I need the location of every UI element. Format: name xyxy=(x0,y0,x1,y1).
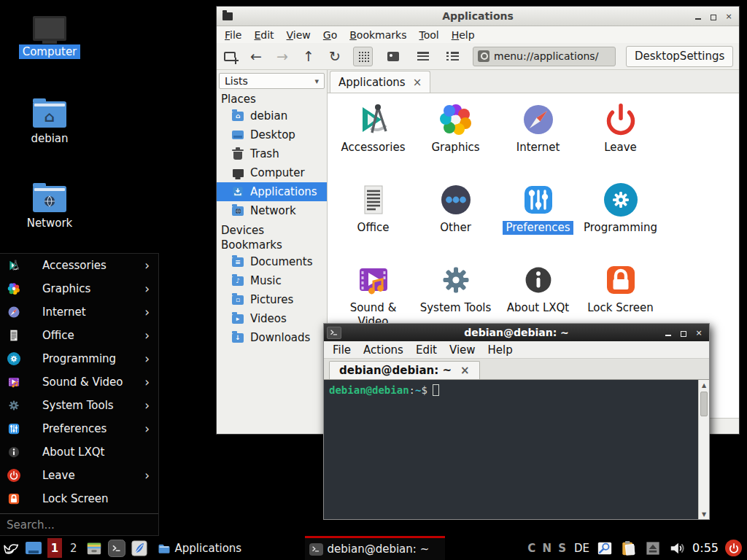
sidebar-item-documents[interactable]: ≡ Documents xyxy=(217,252,327,271)
sidebar-mode-selector[interactable]: Lists ▾ xyxy=(219,73,325,89)
terminal-titlebar[interactable]: debian@debian: ~ × xyxy=(324,324,709,341)
task-button-terminal[interactable]: debian@debian: ~ xyxy=(305,536,445,560)
eject-tray-icon[interactable] xyxy=(644,540,662,557)
terminal-scrollbar[interactable]: ▲ ▼ xyxy=(698,380,709,519)
grid-item-internet[interactable]: Internet xyxy=(500,97,577,177)
scrollbar-track[interactable] xyxy=(699,390,709,509)
grid-item-accessories[interactable]: Accessories xyxy=(335,97,412,177)
menu-item-leave[interactable]: Leave › xyxy=(0,464,158,487)
menu-item-about-lxqt[interactable]: About LXQt xyxy=(0,440,158,464)
menu-item-preferences[interactable]: Preferences › xyxy=(0,417,158,440)
sidebar-item-desktop[interactable]: Desktop xyxy=(217,125,327,144)
desktop-icon-computer[interactable]: Computer xyxy=(15,16,85,59)
editor-launcher[interactable] xyxy=(131,540,148,557)
term-menu-help[interactable]: Help xyxy=(488,343,513,357)
new-tab-button[interactable] xyxy=(222,52,238,61)
desktop-icon-label: Computer xyxy=(19,44,81,59)
desktop-icon xyxy=(232,129,244,141)
main-menu-button[interactable] xyxy=(2,540,20,557)
sidebar-item-videos[interactable]: ▸ Videos xyxy=(217,309,327,328)
menu-item-label: Leave xyxy=(42,469,144,482)
sidebar-item-music[interactable]: ♪ Music xyxy=(217,271,327,290)
desktop-icon-label: debian xyxy=(27,131,71,146)
menu-item-internet[interactable]: Internet › xyxy=(0,300,158,324)
office-icon xyxy=(7,329,20,342)
clock[interactable]: 0:55 xyxy=(692,541,719,555)
scroll-up-icon[interactable]: ▲ xyxy=(699,380,709,390)
workspace-1-button[interactable]: 1 xyxy=(47,538,62,558)
office-icon xyxy=(356,182,391,217)
show-desktop-button[interactable] xyxy=(25,540,42,557)
tab-close-icon[interactable]: × xyxy=(460,364,470,377)
task-label: debian@debian: ~ xyxy=(328,542,430,556)
terminal-screen[interactable]: debian@debian:~$ xyxy=(324,380,698,519)
system-tools-icon xyxy=(438,262,473,298)
fm-titlebar[interactable]: Applications × xyxy=(217,7,739,26)
desktop-icon-home[interactable]: ⌂ debian xyxy=(15,101,85,146)
grid-item-graphics[interactable]: Graphics xyxy=(417,97,495,177)
accessories-icon xyxy=(356,102,391,137)
back-button[interactable]: ← xyxy=(248,50,264,63)
menu-item-lock-screen[interactable]: Lock Screen xyxy=(0,487,158,510)
forward-button[interactable]: → xyxy=(274,50,290,63)
fm-tab-applications[interactable]: Applications × xyxy=(330,71,430,93)
grid-item-other[interactable]: Other xyxy=(417,177,495,257)
path-bar[interactable]: menu://applications/ xyxy=(473,47,616,66)
detailed-view-button[interactable] xyxy=(443,47,462,66)
workspace-2-button[interactable]: 2 xyxy=(67,542,80,555)
fm-menu-help[interactable]: Help xyxy=(452,29,475,41)
screenshot-tray-icon[interactable] xyxy=(596,540,614,557)
keyboard-layout[interactable]: DE xyxy=(574,542,589,555)
fm-menu-edit[interactable]: Edit xyxy=(254,29,274,41)
terminal-tab[interactable]: debian@debian: ~ × xyxy=(329,361,480,379)
preferences-icon xyxy=(7,422,20,435)
sidebar-item-pictures[interactable]: ▫ Pictures xyxy=(217,290,327,309)
reload-button[interactable]: ↻ xyxy=(327,50,343,63)
terminal-window: debian@debian: ~ × File Actions Edit Vie… xyxy=(323,323,710,520)
menu-item-sound-video[interactable]: Sound & Video › xyxy=(0,370,158,394)
icon-view-button[interactable] xyxy=(353,47,373,66)
term-menu-actions[interactable]: Actions xyxy=(363,343,403,357)
volume-icon[interactable] xyxy=(668,540,686,557)
fm-menu-tool[interactable]: Tool xyxy=(419,29,438,41)
menu-item-label: Sound & Video xyxy=(42,376,144,389)
search-input[interactable] xyxy=(7,518,152,532)
sidebar-item-downloads[interactable]: ↓ Downloads xyxy=(217,328,327,347)
compact-view-button[interactable] xyxy=(413,47,433,66)
fm-menu-file[interactable]: File xyxy=(225,29,241,41)
sidebar-item-network[interactable]: Network xyxy=(217,201,327,220)
thumbnail-view-button[interactable] xyxy=(383,47,403,66)
menu-item-system-tools[interactable]: System Tools › xyxy=(0,394,158,417)
grid-item-leave[interactable]: Leave xyxy=(582,97,659,177)
fm-menu-go[interactable]: Go xyxy=(323,29,337,41)
submenu-chevron-icon: › xyxy=(144,468,150,483)
fm-menu-view[interactable]: View xyxy=(287,29,311,41)
tab-close-icon[interactable]: × xyxy=(413,76,422,89)
grid-item-preferences[interactable]: Preferences xyxy=(500,177,577,257)
menu-item-graphics[interactable]: Graphics › xyxy=(0,277,158,300)
keyboard-indicator[interactable]: C N S xyxy=(527,542,568,555)
sidebar-item-home[interactable]: ⌂ debian xyxy=(217,106,327,125)
term-menu-view[interactable]: View xyxy=(449,343,476,357)
shutdown-button[interactable] xyxy=(725,540,742,556)
fm-menu-bookmarks[interactable]: Bookmarks xyxy=(349,29,406,41)
scrollbar-thumb[interactable] xyxy=(700,392,708,416)
desktop-icon-network[interactable]: Network xyxy=(15,186,85,230)
sidebar-item-applications[interactable]: Applications xyxy=(217,182,327,201)
term-menu-file[interactable]: File xyxy=(333,343,351,357)
up-button[interactable]: ↑ xyxy=(301,50,317,63)
clipboard-tray-icon[interactable] xyxy=(620,540,638,557)
menu-item-programming[interactable]: Programming › xyxy=(0,347,158,370)
menu-item-office[interactable]: Office › xyxy=(0,324,158,347)
desktop-settings-button[interactable]: DesktopSettings xyxy=(626,46,733,67)
term-menu-edit[interactable]: Edit xyxy=(416,343,437,357)
task-button-file-manager[interactable]: Applications xyxy=(153,536,293,560)
sidebar-item-trash[interactable]: Trash xyxy=(217,144,327,163)
sidebar-item-computer[interactable]: Computer xyxy=(217,163,327,182)
scroll-down-icon[interactable]: ▼ xyxy=(699,509,709,519)
grid-item-office[interactable]: Office xyxy=(335,177,412,257)
file-manager-launcher[interactable] xyxy=(85,540,103,557)
grid-item-programming[interactable]: Programming xyxy=(582,177,659,257)
terminal-launcher[interactable] xyxy=(108,540,125,557)
menu-item-accessories[interactable]: Accessories › xyxy=(0,254,158,277)
